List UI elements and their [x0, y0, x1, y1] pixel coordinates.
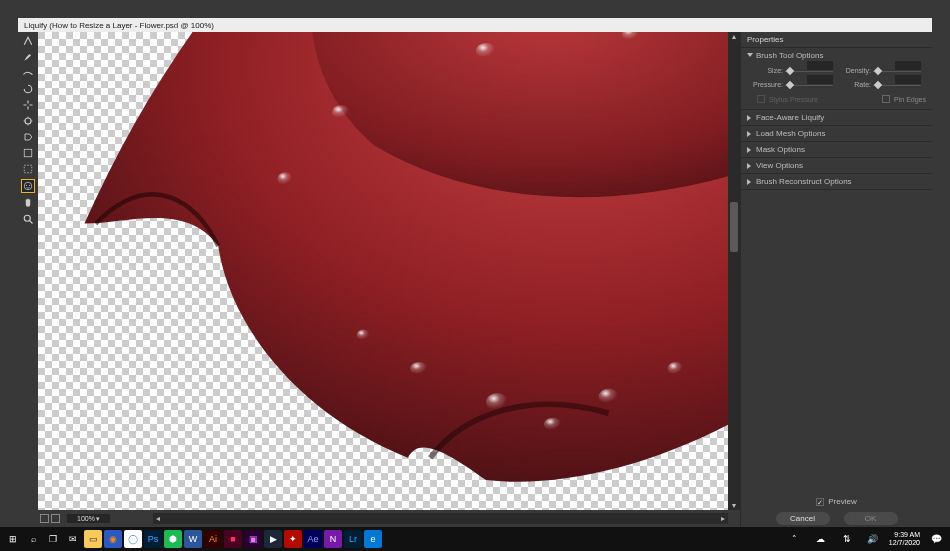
svg-point-25: [410, 362, 428, 375]
preview-checkbox[interactable]: [816, 498, 824, 506]
rate-label: Rate:: [835, 81, 871, 88]
twirl-tool[interactable]: [21, 83, 35, 95]
stylus-pressure-checkbox: Stylus Pressure: [747, 95, 818, 103]
scroll-thumb[interactable]: [730, 202, 738, 252]
cancel-button[interactable]: Cancel: [776, 512, 830, 525]
taskbar-indesign[interactable]: ■: [224, 530, 242, 548]
chevron-down-icon: [747, 53, 753, 59]
panel-title: Properties: [741, 32, 932, 48]
pressure-slider[interactable]: [785, 79, 833, 89]
thaw-mask-tool[interactable]: [21, 163, 35, 175]
section-brush_reconstruct[interactable]: Brush Reconstruct Options: [741, 174, 932, 189]
brush-tool-options-section: Brush Tool Options Size: Density: Pressu…: [741, 48, 932, 110]
tray-cloud-icon[interactable]: ☁: [811, 529, 831, 549]
svg-point-18: [485, 393, 507, 411]
windows-taskbar[interactable]: ⊞⌕❐✉▭◉◯Ps⬢WAi■▣▶✦AeNLre ˄ ☁ ⇅ 🔊 9:39 AM …: [0, 527, 950, 551]
section-load_mesh[interactable]: Load Mesh Options: [741, 126, 932, 141]
face-tool[interactable]: [21, 179, 35, 193]
taskbar-search[interactable]: ⌕: [24, 530, 42, 548]
size-label: Size:: [745, 67, 783, 74]
taskbar-mail[interactable]: ✉: [64, 530, 82, 548]
taskbar-start[interactable]: ⊞: [4, 530, 22, 548]
forward-warp-tool[interactable]: [21, 35, 35, 47]
taskbar-photoshop[interactable]: Ps: [144, 530, 162, 548]
tray-network-icon[interactable]: ⇅: [837, 529, 857, 549]
taskbar-after-effects[interactable]: Ae: [304, 530, 322, 548]
chevron-right-icon: [747, 163, 753, 169]
canvas[interactable]: [38, 32, 728, 510]
hand-tool[interactable]: [21, 197, 35, 209]
zoom-tool[interactable]: [21, 213, 35, 225]
freeze-mask-tool[interactable]: [21, 147, 35, 159]
density-slider[interactable]: [873, 65, 921, 75]
svg-point-21: [667, 362, 683, 375]
tray-speaker-icon[interactable]: 🔊: [863, 529, 883, 549]
taskbar-word[interactable]: W: [184, 530, 202, 548]
svg-point-26: [356, 329, 369, 340]
chevron-right-icon: [747, 115, 753, 121]
section-view[interactable]: View Options: [741, 158, 932, 173]
taskbar-file-explorer[interactable]: ▭: [84, 530, 102, 548]
svg-rect-1: [24, 149, 32, 157]
canvas-area[interactable]: ▴ ▾: [38, 32, 740, 513]
svg-point-17: [277, 172, 293, 185]
svg-point-10: [475, 43, 495, 59]
svg-point-19: [543, 417, 561, 430]
taskbar-onenote[interactable]: N: [324, 530, 342, 548]
smooth-tool[interactable]: [21, 67, 35, 79]
taskbar-task-view[interactable]: ❐: [44, 530, 62, 548]
chevron-right-icon: [747, 131, 753, 137]
liquify-toolbar: [18, 32, 38, 533]
taskbar-illustrator[interactable]: Ai: [204, 530, 222, 548]
svg-point-6: [24, 215, 30, 221]
section-face_aware[interactable]: Face-Aware Liquify: [741, 110, 932, 125]
taskbar-clock[interactable]: 9:39 AM 12/7/2020: [889, 531, 920, 547]
taskbar-chrome[interactable]: ◯: [124, 530, 142, 548]
preview-label: Preview: [828, 497, 856, 506]
chevron-right-icon: [747, 179, 753, 185]
tray-notification-icon[interactable]: 💬: [926, 529, 946, 549]
pucker-tool[interactable]: [21, 99, 35, 111]
chevron-right-icon: [747, 147, 753, 153]
reconstruct-tool[interactable]: [21, 51, 35, 63]
ok-button[interactable]: OK: [844, 512, 898, 525]
svg-point-5: [29, 185, 30, 186]
tray-up-icon[interactable]: ˄: [785, 529, 805, 549]
size-slider[interactable]: [785, 65, 833, 75]
flower-image: [73, 32, 729, 510]
scroll-down-icon[interactable]: ▾: [728, 501, 740, 510]
svg-rect-2: [24, 165, 32, 173]
taskbar-lightroom[interactable]: Lr: [344, 530, 362, 548]
taskbar-edge[interactable]: e: [364, 530, 382, 548]
svg-point-16: [332, 105, 350, 118]
zoom-level[interactable]: 100%▾: [67, 514, 110, 523]
pressure-label: Pressure:: [745, 81, 783, 88]
section-mask[interactable]: Mask Options: [741, 142, 932, 157]
taskbar-dropbox[interactable]: ⬢: [164, 530, 182, 548]
scroll-right-icon[interactable]: ▸: [718, 514, 728, 524]
scroll-up-icon[interactable]: ▴: [728, 32, 740, 41]
svg-point-0: [25, 118, 31, 124]
title-bar: Liquify (How to Resize a Layer - Flower.…: [18, 18, 932, 32]
push-left-tool[interactable]: [21, 131, 35, 143]
taskbar-firefox[interactable]: ◉: [104, 530, 122, 548]
svg-point-20: [598, 388, 618, 404]
rate-slider[interactable]: [873, 79, 921, 89]
density-label: Density:: [835, 67, 871, 74]
view-icon-1[interactable]: [40, 514, 49, 523]
scroll-left-icon[interactable]: ◂: [153, 514, 163, 524]
svg-point-4: [26, 185, 27, 186]
window-title: Liquify (How to Resize a Layer - Flower.…: [24, 21, 214, 30]
chevron-down-icon: ▾: [96, 515, 100, 523]
svg-line-7: [30, 221, 33, 224]
view-icon-2[interactable]: [51, 514, 60, 523]
taskbar-steam[interactable]: ▶: [264, 530, 282, 548]
vertical-scrollbar[interactable]: ▴ ▾: [728, 32, 740, 510]
bloat-tool[interactable]: [21, 115, 35, 127]
pin-edges-checkbox[interactable]: Pin Edges: [872, 95, 926, 103]
horizontal-scrollbar[interactable]: 100%▾ ◂ ▸: [38, 513, 740, 524]
taskbar-acrobat[interactable]: ✦: [284, 530, 302, 548]
properties-panel: Properties Brush Tool Options Size: Dens…: [740, 32, 932, 533]
system-tray[interactable]: ˄ ☁ ⇅ 🔊 9:39 AM 12/7/2020 💬: [785, 529, 946, 549]
taskbar-premiere[interactable]: ▣: [244, 530, 262, 548]
